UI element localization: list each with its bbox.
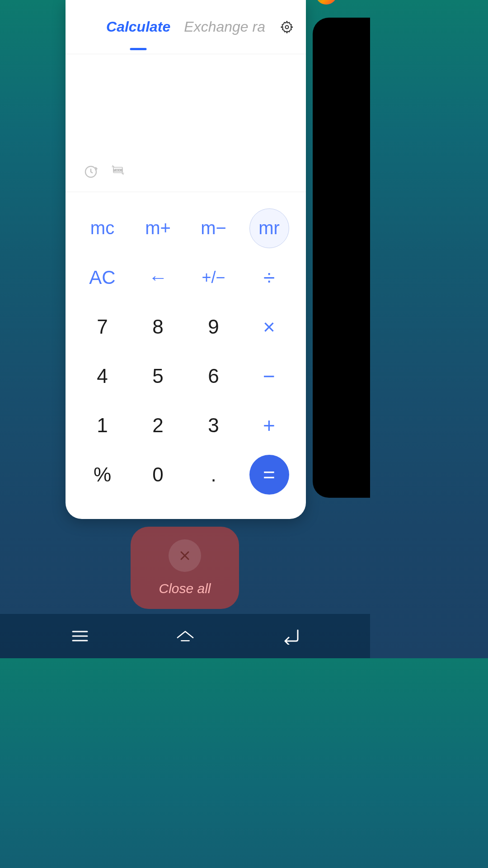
multiply-button[interactable]: × xyxy=(241,302,297,351)
digit-7-button[interactable]: 7 xyxy=(75,302,130,351)
close-icon xyxy=(178,548,192,563)
nav-recent-apps-icon[interactable] xyxy=(69,625,91,647)
adjacent-app-card[interactable] xyxy=(313,18,370,498)
memory-plus-button[interactable]: m+ xyxy=(130,203,186,253)
divide-button[interactable]: ÷ xyxy=(241,253,297,302)
close-icon-circle xyxy=(169,539,201,572)
digit-3-button[interactable]: 3 xyxy=(186,401,241,450)
backspace-button[interactable]: ← xyxy=(130,253,186,302)
svg-text:MODE: MODE xyxy=(113,169,123,172)
minus-button[interactable]: − xyxy=(241,351,297,401)
percent-button[interactable]: % xyxy=(75,450,130,500)
svg-point-0 xyxy=(286,25,289,28)
equals-button[interactable]: = xyxy=(241,450,297,500)
app-header: Calculate Exchange ra xyxy=(66,0,306,54)
memory-minus-button[interactable]: m− xyxy=(186,203,241,253)
digit-1-button[interactable]: 1 xyxy=(75,401,130,450)
digit-8-button[interactable]: 8 xyxy=(130,302,186,351)
history-icon[interactable] xyxy=(84,165,98,179)
digit-0-button[interactable]: 0 xyxy=(130,450,186,500)
memory-recall-button[interactable]: mr xyxy=(241,203,297,253)
close-all-label: Close all xyxy=(159,581,211,596)
calculator-display: MODE xyxy=(66,54,306,192)
nav-home-icon[interactable] xyxy=(174,625,196,647)
memory-clear-button[interactable]: mc xyxy=(75,203,130,253)
decimal-button[interactable]: . xyxy=(186,450,241,500)
tab-bar: Calculate Exchange ra xyxy=(106,19,265,35)
settings-gear-icon[interactable] xyxy=(281,21,293,33)
adjacent-app-icon-peek xyxy=(315,0,337,5)
nav-back-icon[interactable] xyxy=(280,625,301,647)
tab-calculate[interactable]: Calculate xyxy=(106,19,170,35)
equals-label: = xyxy=(263,462,275,487)
digit-9-button[interactable]: 9 xyxy=(186,302,241,351)
digit-2-button[interactable]: 2 xyxy=(130,401,186,450)
plus-minus-button[interactable]: +/− xyxy=(186,253,241,302)
digit-6-button[interactable]: 6 xyxy=(186,351,241,401)
close-all-button[interactable]: Close all xyxy=(131,527,239,609)
calculator-app-card[interactable]: Calculate Exchange ra xyxy=(66,0,306,519)
digit-5-button[interactable]: 5 xyxy=(130,351,186,401)
display-toolbar: MODE xyxy=(84,165,125,179)
digit-4-button[interactable]: 4 xyxy=(75,351,130,401)
tab-exchange-rate[interactable]: Exchange ra xyxy=(184,19,265,35)
keypad: mc m+ m− mr AC ← +/− ÷ 7 8 9 × 4 5 6 − 1… xyxy=(66,192,306,509)
mr-label: mr xyxy=(258,218,280,238)
navigation-bar xyxy=(0,614,370,658)
plus-button[interactable]: + xyxy=(241,401,297,450)
mode-switch-icon[interactable]: MODE xyxy=(111,165,125,179)
all-clear-button[interactable]: AC xyxy=(75,253,130,302)
